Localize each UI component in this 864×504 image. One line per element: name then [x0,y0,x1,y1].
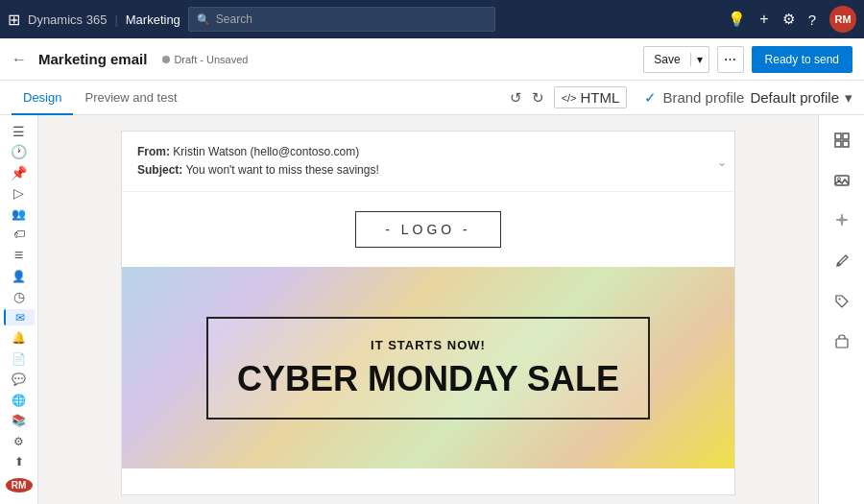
sidebar-item-segments[interactable]: 🏷 [4,226,35,242]
email-header: From: Kristin Watson (hello@contoso.com)… [122,132,734,192]
page-title: Marketing email [38,51,147,67]
logo-placeholder[interactable]: - LOGO - [355,211,501,248]
svg-rect-3 [843,141,849,147]
nav-brand: Dynamics 365 | Marketing [28,12,180,27]
main-layout: ☰ 🕐 📌 ▷ 👥 🏷 ≡ 👤 ◷ ✉ 🔔 📄 💬 🌐 📚 ⚙ ⬆ RM Fro… [0,115,864,504]
right-layout-icon[interactable] [825,123,859,157]
email-meta: From: Kristin Watson (hello@contoso.com)… [122,132,734,192]
svg-rect-2 [835,141,841,147]
search-placeholder: Search [216,12,252,26]
svg-point-6 [837,263,840,266]
right-asset-icon[interactable] [825,324,859,359]
html-label: HTML [581,89,620,106]
lightbulb-icon[interactable]: 💡 [728,11,746,28]
svg-rect-0 [835,133,841,139]
tabs-actions: ↺ ↻ </> HTML ✓ Brand profile Default pro… [510,86,852,108]
right-sparkle-icon[interactable] [825,204,859,238]
banner-subtitle: IT STARTS NOW! [237,338,619,352]
draft-label: Draft - Unsaved [174,54,248,65]
nav-right-icons: 💡 + ⚙ ? RM [728,6,856,33]
brand-name: Dynamics 365 [28,12,107,27]
email-logo-section[interactable]: - LOGO - [122,192,734,267]
brand-check-icon: ✓ [644,89,657,107]
subject-value: You won't want to miss these savings! [185,163,378,177]
draft-badge: Draft - Unsaved [162,54,248,65]
brand-profile-selector[interactable]: ✓ Brand profile Default profile ▾ [644,89,852,107]
search-box[interactable]: 🔍 Search [188,7,495,32]
email-preview-container: From: Kristin Watson (hello@contoso.com)… [121,131,735,495]
email-banner[interactable]: IT STARTS NOW! CYBER MONDAY SALE [122,267,734,468]
sidebar-item-email[interactable]: ✉ [4,309,35,325]
redo-icon[interactable]: ↻ [532,89,544,107]
collapse-header-button[interactable]: ⌄ [717,156,727,169]
svg-rect-8 [836,339,848,348]
sidebar-item-history[interactable]: ◷ [4,288,35,304]
back-button[interactable]: ← [12,51,27,68]
svg-rect-1 [843,133,849,139]
sidebar-user-avatar[interactable]: RM [6,478,33,492]
sidebar-item-settings2[interactable]: ⚙ [4,433,35,449]
sidebar-item-chat[interactable]: 💬 [4,371,35,387]
user-avatar[interactable]: RM [829,6,856,33]
grid-icon[interactable]: ⊞ [8,11,20,29]
module-name: Marketing [126,12,180,27]
sidebar-item-user[interactable]: 👤 [4,268,35,284]
sidebar-item-bell[interactable]: 🔔 [4,329,35,346]
tab-design[interactable]: Design [12,81,73,115]
sidebar-item-pin[interactable]: 📌 [4,164,35,180]
search-icon: 🔍 [197,13,210,26]
right-brush-icon[interactable] [825,244,859,278]
sidebar-item-upload[interactable]: ⬆ [4,453,35,469]
sidebar-item-page[interactable]: 📄 [4,350,35,367]
help-icon[interactable]: ? [808,12,816,28]
right-image-icon[interactable] [825,163,859,198]
code-icon: </> [562,92,577,104]
save-button[interactable]: Save ▾ [643,46,708,73]
brand-profile-label: Brand profile [662,89,744,106]
left-sidebar: ☰ 🕐 📌 ▷ 👥 🏷 ≡ 👤 ◷ ✉ 🔔 📄 💬 🌐 📚 ⚙ ⬆ RM [0,115,38,504]
subject-label: Subject: [137,163,182,177]
html-button[interactable]: </> HTML [554,86,628,108]
from-label: From: [137,145,170,158]
undo-icon[interactable]: ↺ [510,89,522,107]
top-nav: ⊞ Dynamics 365 | Marketing 🔍 Search 💡 + … [0,0,864,38]
svg-point-7 [838,299,840,300]
save-caret[interactable]: ▾ [691,53,708,66]
sidebar-item-globe[interactable]: 🌐 [4,392,35,408]
email-subject: Subject: You won't want to miss these sa… [137,161,719,180]
save-label[interactable]: Save [644,53,690,66]
draft-dot [162,56,170,63]
page-header-bar: ← Marketing email Draft - Unsaved Save ▾… [0,38,864,81]
banner-content: IT STARTS NOW! CYBER MONDAY SALE [206,317,650,420]
tabs-bar: Design Preview and test ↺ ↻ </> HTML ✓ B… [0,81,864,115]
sidebar-item-menu[interactable]: ☰ [4,123,35,139]
sidebar-item-recent[interactable]: 🕐 [4,143,35,159]
settings-icon[interactable]: ⚙ [782,11,795,28]
brand-chevron-icon[interactable]: ▾ [845,89,852,107]
sidebar-item-play[interactable]: ▷ [4,184,35,201]
email-canvas[interactable]: From: Kristin Watson (hello@contoso.com)… [38,115,818,504]
ready-to-send-button[interactable]: Ready to send [752,46,852,73]
sidebar-item-contacts[interactable]: 👥 [4,205,35,222]
plus-icon[interactable]: + [759,11,768,28]
header-actions: Save ▾ ⋯ Ready to send [643,46,852,73]
banner-title: CYBER MONDAY SALE [237,360,619,398]
tab-preview-and-test[interactable]: Preview and test [73,81,188,115]
email-from: From: Kristin Watson (hello@contoso.com) [137,143,719,161]
right-tag-icon[interactable] [825,284,859,319]
sidebar-item-list[interactable]: ≡ [4,247,35,264]
more-icon: ⋯ [724,52,736,66]
brand-profile-value: Default profile [750,89,839,106]
from-value: Kristin Watson (hello@contoso.com) [173,145,359,158]
right-sidebar [818,115,864,504]
more-options-button[interactable]: ⋯ [717,46,744,73]
sidebar-item-book[interactable]: 📚 [4,412,35,428]
